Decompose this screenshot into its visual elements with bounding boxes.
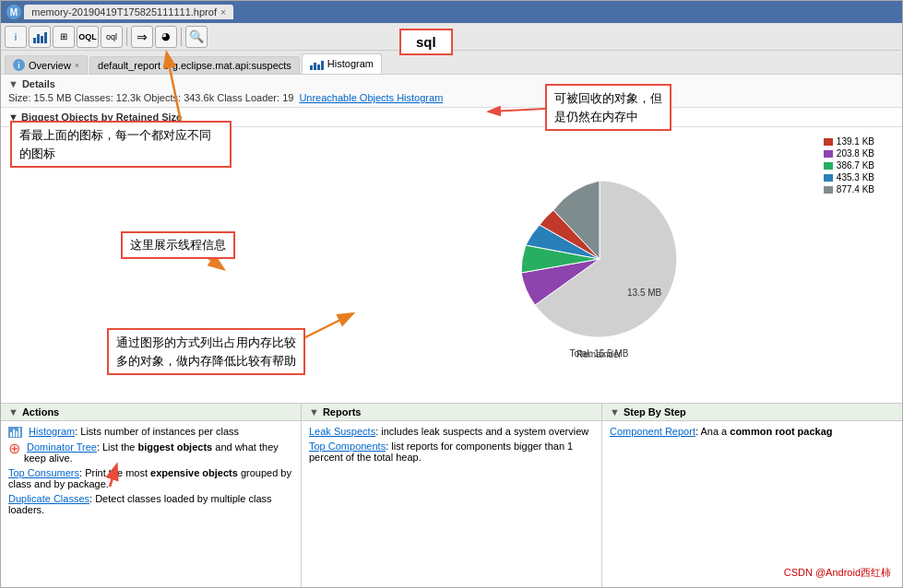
- legend-item-4: 435.3 KB: [824, 172, 874, 182]
- legend-color-4: [824, 174, 833, 182]
- dominator-link[interactable]: Dominator Tree: [27, 441, 97, 453]
- stepbystep-title: Step By Step: [624, 406, 686, 417]
- actions-content: Histogram: Lists number of instances per…: [1, 421, 301, 587]
- toolbar-sep2: [181, 28, 182, 46]
- bottom-panels: ▼ Actions: [1, 403, 902, 587]
- action-dominator: ⊕ Dominator Tree: List the biggest objec…: [8, 441, 293, 464]
- watermark: CSDN @Android西红柿: [784, 566, 891, 580]
- legend-color-3: [824, 162, 833, 170]
- histogram-action-text: Histogram: Lists number of instances per…: [26, 426, 239, 437]
- remainder-label: Remainder: [576, 349, 622, 359]
- legend-color-5: [824, 186, 833, 194]
- annotation-pie: 通过图形的方式列出占用内存比较多的对象，做内存降低比较有帮助: [107, 328, 305, 375]
- dominator-text: Dominator Tree: List the biggest objects…: [24, 441, 293, 464]
- action-histogram: Histogram: Lists number of instances per…: [8, 426, 293, 438]
- tab-overview[interactable]: i Overview ×: [5, 55, 88, 74]
- legend-label-1: 139.1 KB: [837, 136, 874, 147]
- app-icon: M: [6, 5, 21, 19]
- legend-label-4: 435.3 KB: [837, 172, 874, 182]
- duplicate-classes-text: Duplicate Classes: Detect classes loaded…: [8, 493, 293, 515]
- report-leak-suspects: Leak Suspects: includes leak suspects an…: [309, 426, 594, 437]
- tab-overview-close[interactable]: ×: [75, 61, 79, 70]
- unreachable-link[interactable]: Unreachable Objects Histogram: [299, 92, 443, 103]
- tab-default-report-label: default_report org.eclipse.mat.api:suspe…: [98, 60, 291, 71]
- step-by-step-panel: ▼ Step By Step Component Report: Ana a c…: [602, 404, 902, 587]
- tab-histogram-label: Histogram: [327, 58, 374, 69]
- chart-area: 13.5 MB Total: 15.5 MB Remainder 139.1 K…: [296, 127, 902, 403]
- annotation-toolbar: 看最上面的图标，每一个都对应不同的图标: [10, 121, 232, 168]
- report-top-components: Top Components: list reports for compone…: [309, 441, 594, 463]
- legend-item-5: 877.4 KB: [824, 184, 874, 194]
- top-consumers-text: Top Consumers: Print the most expensive …: [8, 467, 293, 489]
- legend-item-1: 139.1 KB: [824, 136, 874, 147]
- pie-button[interactable]: ◕: [155, 26, 177, 48]
- component-report-link[interactable]: Component Report: [610, 426, 695, 437]
- histogram-button[interactable]: [29, 26, 51, 48]
- top-consumers-link[interactable]: Top Consumers: [8, 467, 79, 478]
- reports-arrow: ▼: [309, 406, 319, 417]
- step-component-report: Component Report: Ana a common root pack…: [610, 426, 895, 437]
- svg-text:13.5 MB: 13.5 MB: [627, 288, 662, 298]
- stepbystep-arrow: ▼: [610, 406, 620, 417]
- file-tab[interactable]: memory-20190419T175825111111.hprof ×: [24, 5, 232, 19]
- search-button[interactable]: 🔍: [185, 26, 208, 48]
- leak-suspects-text: Leak Suspects: includes leak suspects an…: [309, 426, 588, 437]
- details-section: ▼ Details Size: 15.5 MB Classes: 12.3k O…: [1, 75, 902, 108]
- main-window: M memory-20190419T175825111111.hprof × i…: [0, 0, 903, 588]
- histogram-action-icon: [8, 427, 22, 438]
- toolbar-sep1: [126, 28, 127, 46]
- top-components-text: Top Components: list reports for compone…: [309, 441, 594, 463]
- dominator-icon: ⊕: [8, 441, 20, 456]
- duplicate-classes-link[interactable]: Duplicate Classes: [8, 493, 89, 504]
- legend-item-3: 386.7 KB: [824, 160, 874, 171]
- legend-item-2: 203.8 KB: [824, 148, 874, 159]
- stepbystep-content: Component Report: Ana a common root pack…: [602, 421, 902, 587]
- legend-color-1: [824, 138, 833, 146]
- legend-color-2: [824, 150, 833, 158]
- tab-default-report[interactable]: default_report org.eclipse.mat.api:suspe…: [89, 56, 300, 74]
- annotation-thread: 这里展示线程信息: [121, 231, 235, 259]
- reports-title: Reports: [323, 406, 362, 417]
- file-tab-label: memory-20190419T175825111111.hprof: [31, 6, 217, 18]
- reports-content: Leak Suspects: includes leak suspects an…: [302, 421, 601, 587]
- legend-label-2: 203.8 KB: [837, 148, 874, 159]
- annotation-unreachable: 可被回收的对象，但是仍然在内存中: [545, 84, 671, 131]
- action-duplicate-classes: Duplicate Classes: Detect classes loaded…: [8, 493, 293, 515]
- tab-histogram[interactable]: Histogram: [302, 53, 382, 74]
- action-top-consumers: Top Consumers: Print the most expensive …: [8, 467, 293, 489]
- title-bar: M memory-20190419T175825111111.hprof ×: [1, 1, 902, 23]
- histogram-tab-icon: [310, 57, 324, 70]
- leak-suspects-link[interactable]: Leak Suspects: [309, 426, 375, 437]
- tab-overview-label: Overview: [29, 60, 71, 71]
- sql-annotation: sql: [399, 29, 453, 55]
- oql2-button[interactable]: oql: [101, 26, 123, 48]
- details-arrow: ▼: [8, 78, 18, 89]
- reports-panel: ▼ Reports Leak Suspects: includes leak s…: [302, 404, 602, 587]
- actions-arrow: ▼: [8, 406, 18, 417]
- component-report-text: Component Report: Ana a common root pack…: [610, 426, 833, 437]
- actions-title: Actions: [22, 406, 59, 417]
- legend-label-5: 877.4 KB: [837, 184, 874, 194]
- legend-label-3: 386.7 KB: [837, 160, 874, 171]
- stepbystep-header: ▼ Step By Step: [602, 404, 902, 421]
- top-components-link[interactable]: Top Components: [309, 441, 386, 452]
- details-header: ▼ Details: [8, 78, 895, 89]
- oql-button[interactable]: OQL: [77, 26, 99, 48]
- actions-panel: ▼ Actions: [1, 404, 302, 587]
- arrow-button[interactable]: ⇒: [131, 26, 153, 48]
- grid-button[interactable]: ⊞: [53, 26, 75, 48]
- info-button[interactable]: i: [5, 26, 27, 48]
- pie-chart-svg: 13.5 MB: [480, 171, 719, 347]
- actions-header: ▼ Actions: [1, 404, 301, 421]
- reports-header: ▼ Reports: [302, 404, 601, 421]
- chart-legend: 139.1 KB 203.8 KB 386.7 KB 435.3 KB: [824, 136, 874, 196]
- details-info: Size: 15.5 MB Classes: 12.3k Objects: 34…: [8, 92, 895, 103]
- histogram-action-link[interactable]: Histogram: [29, 426, 75, 437]
- file-tab-close[interactable]: ×: [220, 7, 226, 18]
- overview-icon: i: [13, 59, 25, 71]
